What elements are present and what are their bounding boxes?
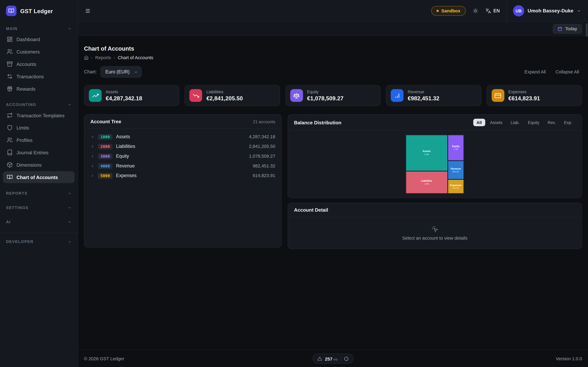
sidebar-item-label: Dimensions [17,162,42,167]
tree-row-revenue[interactable]: 4000 Revenue 982,451.32 [90,161,275,171]
sidebar-section-ai[interactable]: AI [0,215,78,229]
sidebar-item-dashboard[interactable]: Dashboard [3,33,75,45]
shield-icon [7,125,13,131]
treemap-liabilities[interactable]: Liabilities 2.8M [406,171,448,194]
top-bar-right: Sandbox EN UB Umoh Bassey-Duke [431,0,581,21]
tab-all[interactable]: All [473,119,485,126]
app-logo: GST Ledger [0,0,78,22]
sidebar-item-label: Journal Entries [17,150,49,155]
sidebar-section-accounting[interactable]: ACCOUNTING [0,98,78,109]
tab-expenses[interactable]: Exp. [561,119,576,126]
empty-state-text: Select an account to view details [402,235,467,241]
sidebar-section-settings[interactable]: SETTINGS [0,200,78,215]
treemap-assets[interactable]: Assets 4.3M [406,134,448,171]
stat-value: €4,287,342.18 [106,95,142,101]
account-balance: 614,823.91 [253,173,275,178]
copyright-text: © 2026 GST Ledger [84,356,124,361]
section-label: DEVELOPER [6,239,33,244]
bar-chart-icon [391,89,404,102]
treemap-value: 4.3M [424,153,429,156]
treemap-label: Revenue [451,167,461,170]
chevron-down-icon [68,205,72,209]
sidebar-section-reports[interactable]: REPORTS [0,186,78,200]
stats-row: Assets €4,287,342.18 Liabilities €2,841,… [84,85,582,106]
account-balance: 1,078,509.27 [249,154,275,159]
tree-actions: Expand All Collapse All [521,67,582,77]
sidebar-item-profiles[interactable]: Profiles [3,134,75,146]
app-logo-icon [6,6,17,16]
sidebar-item-limits[interactable]: Limits [3,122,75,134]
sandbox-dot-icon [436,9,439,12]
latency-widget[interactable]: 257ms [312,354,354,364]
sidebar-divider [0,233,78,233]
filter-row: Chart: Euro (EUR) Expand All Collapse Al… [84,66,582,77]
account-name: Liabilities [116,144,135,149]
chevron-down-icon [68,220,72,224]
home-icon[interactable] [84,55,88,60]
sidebar-item-label: Chart of Accounts [17,174,58,180]
expand-all-button[interactable]: Expand All [521,67,549,77]
panels: Account Tree 21 accounts 1000 Assets 4,2… [84,114,582,249]
sidebar-item-transactions[interactable]: Transactions [3,70,75,82]
account-count: 21 accounts [253,119,275,124]
credit-card-icon [492,89,504,102]
section-label: ACCOUNTING [6,102,36,107]
account-tree-header: Account Tree 21 accounts [84,115,281,129]
stat-label: Revenue [408,90,440,94]
main-area: Sandbox EN UB Umoh Bassey-Duke [78,0,588,367]
book-icon [7,150,13,155]
crosshair-icon [344,356,348,361]
section-label: AI [6,219,10,224]
chevron-up-icon [68,26,72,31]
sidebar-item-transaction-templates[interactable]: Transaction Templates [3,109,75,121]
collapse-all-button[interactable]: Collapse All [553,67,582,77]
account-name: Equity [116,154,129,159]
tree-row-liabilities[interactable]: 2000 Liabilities 2,841,205.50 [90,142,275,151]
account-name: Revenue [116,163,135,168]
treemap-revenue[interactable]: Revenue 982.5K [448,161,464,180]
tab-equity[interactable]: Equity [524,119,543,126]
stat-label: Assets [106,90,142,94]
chevron-down-icon [134,70,138,74]
pill-divider [341,356,341,361]
tree-row-assets[interactable]: 1000 Assets 4,287,342.18 [90,132,275,142]
sidebar-item-journal-entries[interactable]: Journal Entries [3,147,75,158]
theme-toggle-button[interactable] [472,8,478,14]
tree-row-equity[interactable]: 3000 Equity 1,078,509.27 [90,151,275,161]
scale-icon [290,89,303,102]
sidebar-section-main[interactable]: MAIN [0,22,78,33]
page-title: Chart of Accounts [84,45,582,52]
scrollbar-thumb[interactable] [586,23,588,37]
sidebar-item-customers[interactable]: Customers [3,46,75,58]
tab-assets[interactable]: Assets [487,119,506,126]
user-menu[interactable]: UB Umoh Bassey-Duke [507,0,581,21]
breadcrumb-reports[interactable]: Reports [95,55,111,60]
sidebar-item-label: Profiles [17,137,33,143]
account-balance: 982,451.32 [253,163,275,168]
sidebar-section-developer[interactable]: DEVELOPER [0,234,78,249]
stat-value: €1,078,509.27 [307,95,344,101]
calendar-icon [558,26,562,31]
sidebar-item-rewards[interactable]: Rewards [3,83,75,95]
tab-liabilities[interactable]: Liab. [507,119,523,126]
tab-revenue[interactable]: Rev. [544,119,559,126]
chart-currency-select[interactable]: Euro (EUR) [100,66,142,77]
stat-card-expenses: Expenses €614,823.91 [487,85,582,106]
repeat-icon [7,112,13,118]
sidebar-item-dimensions[interactable]: Dimensions [3,159,75,171]
sidebar-item-label: Rewards [17,86,35,92]
tree-row-expenses[interactable]: 5000 Expenses 614,823.91 [90,171,275,181]
chevron-down-icon [577,8,581,13]
treemap-value: 2.8M [424,183,429,185]
account-detail-title: Account Detail [294,207,328,213]
today-button[interactable]: Today [553,24,582,34]
treemap-expenses[interactable]: Expenses 614.8K [448,180,464,194]
sidebar-item-accounts[interactable]: Accounts [3,58,75,70]
breadcrumb-separator: › [114,55,115,60]
sidebar-toggle-button[interactable] [85,8,91,14]
language-button[interactable]: EN [485,8,500,14]
sidebar-item-chart-of-accounts[interactable]: Chart of Accounts [3,171,75,183]
footer: © 2026 GST Ledger 257ms Version 1.0.0 [78,350,588,367]
treemap-equity[interactable]: Equity 1.1M [448,134,464,161]
sidebar-item-label: Accounts [17,61,36,67]
